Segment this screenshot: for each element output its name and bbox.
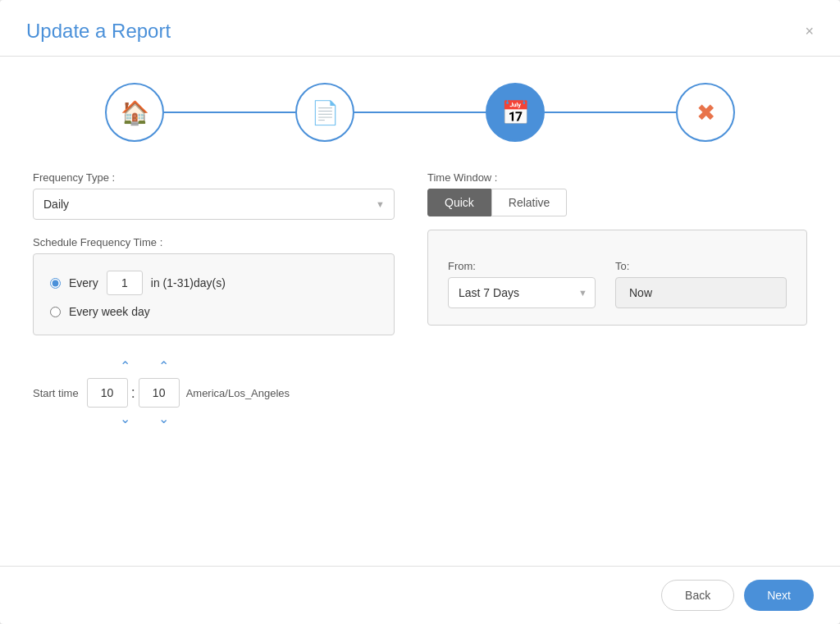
schedule-frequency-label: Schedule Frequency Time :: [33, 236, 395, 248]
quick-button[interactable]: Quick: [427, 189, 491, 216]
step-item-file: 📄: [295, 83, 354, 142]
calendar-icon: 📅: [501, 99, 530, 126]
from-label: From:: [448, 260, 596, 272]
quick-relative-toggle: Quick Relative: [427, 189, 807, 216]
stepper: 🏠 📄 📅 ✖: [33, 83, 807, 142]
every-weekday-radio[interactable]: [50, 307, 61, 317]
email-icon: ✖: [696, 99, 715, 126]
schedule-box: Every in (1-31)day(s) Every week day: [33, 253, 395, 335]
modal-body: 🏠 📄 📅 ✖: [0, 57, 840, 566]
frequency-type-label: Frequency Type :: [33, 171, 395, 184]
step-circle-home[interactable]: 🏠: [105, 83, 164, 142]
left-column: Frequency Type : Daily Weekly Monthly Sc…: [33, 171, 395, 540]
modal-header: Update a Report ×: [0, 0, 840, 57]
step-item-home: 🏠: [105, 83, 164, 142]
close-button[interactable]: ×: [805, 24, 814, 39]
form-area: Frequency Type : Daily Weekly Monthly Sc…: [33, 171, 807, 540]
hour-down-button[interactable]: ⌄: [115, 411, 135, 427]
frequency-type-select[interactable]: Daily Weekly Monthly: [33, 189, 395, 220]
start-time-row: Start time : America/Los_Angeles: [33, 378, 395, 408]
to-input[interactable]: [615, 277, 787, 308]
step-circle-email[interactable]: ✖: [676, 83, 735, 142]
step-line-1: [164, 112, 295, 113]
day-input[interactable]: [107, 271, 143, 295]
relative-button[interactable]: Relative: [491, 189, 568, 216]
from-select-wrapper: Last 7 Days Last 30 Days Last 90 Days Ye…: [448, 277, 596, 308]
every-weekday-row: Every week day: [50, 305, 377, 318]
next-button[interactable]: Next: [744, 580, 814, 611]
step-item-calendar: 📅: [486, 83, 545, 142]
time-window-label: Time Window :: [427, 171, 807, 184]
home-icon: 🏠: [121, 99, 149, 126]
from-field: From: Last 7 Days Last 30 Days Last 90 D…: [448, 260, 596, 308]
every-label: Every: [69, 276, 98, 289]
to-label: To:: [615, 260, 787, 272]
minute-down-button[interactable]: ⌄: [153, 411, 174, 427]
frequency-type-select-wrapper: Daily Weekly Monthly: [33, 189, 395, 220]
start-time-section: ⌃ ⌃ Start time: [33, 358, 395, 427]
time-window-section: Time Window : Quick Relative: [427, 171, 807, 216]
frequency-type-section: Frequency Type : Daily Weekly Monthly: [33, 171, 395, 220]
step-line-2: [354, 112, 486, 113]
back-button[interactable]: Back: [661, 580, 734, 611]
file-icon: 📄: [311, 99, 340, 126]
every-weekday-label: Every week day: [69, 305, 150, 318]
hour-spinner: [87, 378, 128, 408]
every-day-row: Every in (1-31)day(s): [50, 271, 377, 295]
step-circle-calendar[interactable]: 📅: [486, 83, 545, 142]
start-time-label: Start time: [33, 387, 79, 399]
modal-footer: Back Next: [0, 566, 840, 624]
right-column: Time Window : Quick Relative From: Las: [427, 171, 807, 540]
from-to-row: From: Last 7 Days Last 30 Days Last 90 D…: [448, 260, 787, 308]
step-item-email: ✖: [676, 83, 735, 142]
modal-container: Update a Report × 🏠 📄 📅: [0, 0, 840, 624]
modal-title: Update a Report: [26, 20, 171, 43]
timezone-label: America/Los_Angeles: [186, 387, 290, 399]
time-window-box: From: Last 7 Days Last 30 Days Last 90 D…: [427, 230, 807, 326]
from-select[interactable]: Last 7 Days Last 30 Days Last 90 Days Ye…: [448, 277, 596, 308]
every-day-radio[interactable]: [50, 278, 61, 289]
minute-spinner: [139, 378, 180, 408]
hour-up-button[interactable]: ⌃: [115, 358, 135, 375]
day-suffix-label: in (1-31)day(s): [151, 276, 226, 289]
step-circle-file[interactable]: 📄: [295, 83, 354, 142]
schedule-frequency-section: Schedule Frequency Time : Every in (1-31…: [33, 236, 395, 335]
to-field: To:: [615, 260, 787, 308]
hour-input[interactable]: [87, 378, 128, 408]
minute-up-button[interactable]: ⌃: [153, 358, 174, 375]
minute-input[interactable]: [139, 378, 180, 408]
time-colon: :: [128, 385, 139, 402]
step-line-3: [545, 112, 676, 113]
